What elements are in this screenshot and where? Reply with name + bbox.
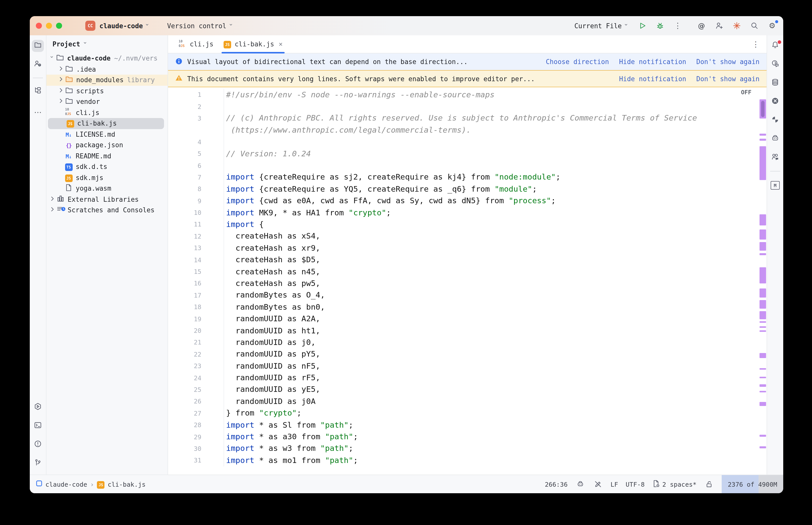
tree-item-cli-bak-js[interactable]: JScli-bak.js [48, 118, 164, 129]
chevron-right-icon[interactable] [57, 97, 65, 107]
tree-item-readme-md[interactable]: M↓README.md [46, 151, 167, 161]
tree-item-node-modules[interactable]: node_moduleslibrary [46, 75, 167, 86]
project-menu[interactable]: claude-code [100, 22, 151, 30]
project-panel-header[interactable]: Project [46, 35, 167, 53]
readonly-toggle-icon[interactable] [593, 479, 603, 489]
more-actions-button[interactable]: ⋮ [673, 21, 683, 31]
tree-item-package-json[interactable]: {}package.json [46, 140, 167, 151]
line-number: 7 [168, 174, 201, 181]
close-tab-icon[interactable]: × [279, 40, 283, 48]
problems-tool-button[interactable] [32, 439, 44, 451]
scrollbar-thumb[interactable] [761, 101, 765, 117]
line-number: 21 [168, 339, 201, 346]
banner-link-hide-notification[interactable]: Hide notification [619, 58, 686, 65]
folder-icon [65, 64, 73, 74]
git-tool-button[interactable] [32, 457, 44, 469]
terminal-tool-button[interactable] [32, 420, 44, 432]
breadcrumb-project[interactable]: claude-code [45, 480, 87, 488]
project-tool-button[interactable] [32, 40, 44, 52]
right-activity-bar: M [767, 35, 783, 475]
code-line: 16 createHash as pw5, [168, 278, 767, 289]
indent-widget[interactable]: 2 spaces* [652, 479, 696, 489]
chevron-right-icon[interactable] [48, 195, 57, 204]
line-number: 27 [168, 409, 201, 417]
window-controls [36, 23, 62, 29]
banner-link-don-t-show-again[interactable]: Don't show again [696, 58, 759, 65]
tree-item-sdk-mjs[interactable]: JSsdk.mjs [46, 172, 167, 183]
line-number: 26 [168, 397, 201, 405]
project-icon: CC [85, 21, 95, 31]
search-everywhere-button[interactable] [750, 21, 759, 31]
settings-button[interactable]: ⚙ [767, 21, 777, 31]
tree-item-yoga-wasm[interactable]: yoga.wasm [46, 183, 167, 194]
tab-options-icon[interactable]: ⋮ [752, 39, 759, 49]
ai-assistant-button[interactable] [769, 59, 781, 71]
tree-item-external-libraries[interactable]: External Libraries [46, 194, 167, 205]
tree-item--idea[interactable]: .idea [46, 64, 167, 75]
scrollbar-change-mark [759, 253, 766, 255]
editor-tab-bar: 100JScli.jsJScli-bak.js×⋮ [168, 35, 767, 54]
run-button[interactable] [637, 21, 648, 31]
services-tool-button[interactable] [32, 402, 44, 414]
line-number: 29 [168, 433, 201, 440]
tab-cli-bak-js[interactable]: JScli-bak.js× [219, 35, 287, 53]
copilot-tool-button[interactable] [769, 133, 781, 145]
editor-scrollbar[interactable] [759, 87, 766, 475]
pinwheel-plugin-tool-button[interactable] [769, 115, 781, 126]
chevron-down-icon[interactable] [48, 55, 56, 62]
code-line: (https://www.anthropic.com/legal/commerc… [168, 124, 767, 136]
code-text: randomUUID as rF5, [224, 373, 320, 382]
learn-tool-button[interactable]: ? [32, 59, 44, 71]
tree-item-claude-code[interactable]: claude-code~/.nvm/vers [46, 53, 167, 64]
chevron-right-icon[interactable] [57, 64, 65, 74]
banner-link-don-t-show-again[interactable]: Don't show again [696, 75, 759, 82]
tree-item-vendor[interactable]: vendor [46, 96, 167, 107]
vcs-menu[interactable]: Version control [167, 22, 234, 30]
chevron-right-icon[interactable] [57, 86, 65, 96]
banner-link-hide-notification[interactable]: Hide notification [619, 75, 686, 82]
line-number: 23 [168, 362, 201, 370]
at-mention-icon[interactable]: @ [696, 21, 707, 31]
status-widgets: 266:36 LF UTF-8 2 spaces* 2376 of 4900M [545, 475, 783, 493]
memory-indicator[interactable]: 2376 of 4900M [722, 475, 783, 493]
library-icon [57, 195, 64, 204]
add-user-button[interactable] [714, 21, 724, 31]
close-window-button[interactable] [36, 23, 42, 29]
tab-cli-js[interactable]: 100JScli.js [173, 35, 219, 53]
run-configuration-selector[interactable]: Current File [574, 22, 630, 30]
banner-link-choose-direction[interactable]: Choose direction [546, 58, 609, 65]
x-plugin-tool-button[interactable] [769, 96, 781, 108]
tree-item-cli-js[interactable]: 100JScli.js [46, 107, 167, 118]
more-tools-button[interactable]: … [32, 104, 44, 116]
chevron-right-icon[interactable] [57, 75, 65, 85]
tab-label: cli.js [190, 40, 213, 48]
title-bar: CC claude-code Version control Current F… [30, 16, 783, 35]
code-editor[interactable]: 1#!/usr/bin/env -S node --no-warnings --… [168, 87, 767, 475]
scrollbar-change-mark [759, 446, 766, 448]
chevron-right-icon[interactable] [48, 206, 57, 215]
code-with-me-tool-button[interactable] [769, 152, 781, 164]
long-lines-warning-banner: This document contains very long lines. … [168, 70, 767, 87]
debug-button[interactable] [655, 21, 665, 31]
tree-item-scratches-and-consoles[interactable]: Scratches and Consoles [46, 205, 167, 215]
database-tool-button[interactable] [769, 77, 781, 89]
tree-item-scripts[interactable]: scripts [46, 86, 167, 96]
claude-burst-icon[interactable] [732, 21, 742, 31]
breadcrumb-file[interactable]: cli-bak.js [108, 480, 146, 488]
notifications-button[interactable] [769, 40, 781, 52]
line-number: 2 [168, 103, 201, 110]
scrollbar-change-mark [759, 229, 766, 240]
code-text: import {createRequire as sj2, createRequ… [224, 173, 560, 182]
unlock-icon[interactable] [704, 479, 714, 489]
structure-tool-button[interactable] [32, 85, 44, 97]
zoom-window-button[interactable] [56, 23, 62, 29]
caret-position-widget[interactable]: 266:36 [545, 480, 567, 488]
line-ending-widget[interactable]: LF [610, 480, 618, 488]
line-number: 14 [168, 256, 201, 264]
m-plugin-tool-button[interactable]: M [769, 179, 781, 191]
encoding-widget[interactable]: UTF-8 [626, 480, 645, 488]
tree-item-sdk-d-ts[interactable]: TSsdk.d.ts [46, 161, 167, 172]
tree-item-license-md[interactable]: M↓LICENSE.md [46, 129, 167, 140]
copilot-status-icon[interactable] [575, 479, 585, 489]
minimize-window-button[interactable] [46, 23, 52, 29]
